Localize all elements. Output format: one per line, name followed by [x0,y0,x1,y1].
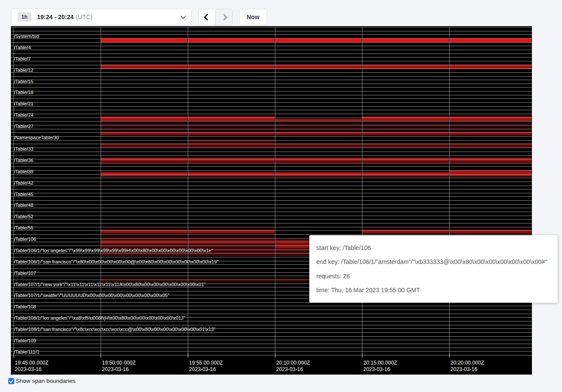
row-label: /Table/106/1/"los angeles"/"\x99\x99\x99… [14,248,213,253]
heat-band-segment[interactable] [362,38,449,42]
span-boundary-line [11,34,532,35]
range-text: 19:24 - 20:24 [37,14,74,20]
span-boundary-line [11,344,532,344]
heat-band-segment[interactable] [450,38,532,42]
row-label: /Table/36 [14,158,34,163]
span-boundary-line [11,65,532,65]
row-label: /Table/15 [14,79,34,84]
row-label: /Table/45 [14,192,34,197]
heat-band-segment[interactable] [450,158,532,162]
span-boundary-line [11,118,532,118]
span-boundary-line [11,216,532,216]
axis-tick [275,353,275,358]
heat-band-segment[interactable] [362,116,449,121]
span-boundary-line [11,54,532,54]
row-label: /Table/7 [14,56,31,61]
range-duration-badge: 1h [17,12,31,22]
span-boundary-line [11,314,532,314]
heat-band-segment[interactable] [275,38,362,42]
span-boundary-line [11,310,532,310]
heat-band-segment[interactable] [101,236,187,240]
heat-band-segment[interactable] [450,162,532,165]
prev-interval-button[interactable] [199,9,216,25]
span-boundary-line [11,230,532,231]
time-range-select[interactable]: 1h 19:24 - 20:24 (UTC) [11,9,192,25]
axis-label: 20:10:00.000Z2023-03-16 [276,360,310,373]
next-interval-button[interactable] [216,9,232,25]
span-boundary-line [11,193,532,193]
span-boundary-line [11,91,532,91]
heat-band-segment[interactable] [101,162,187,165]
cell-tooltip: start key: /Table/106 end key: /Table/10… [309,235,558,303]
axis-tick [14,353,14,358]
heat-band-segment[interactable] [188,158,274,162]
span-boundary-line [11,219,532,220]
span-boundary-line [11,50,532,50]
span-boundary-line [11,121,532,122]
heat-band-segment[interactable] [362,162,449,165]
row-label: /Table/106 [14,237,36,242]
axis-label: 19:45:00.000Z2023-03-16 [15,360,48,373]
heat-band-segment[interactable] [101,38,187,42]
span-boundary-line [11,159,532,159]
span-boundary-line [11,125,532,125]
span-boundary-line [11,76,532,77]
time-nav-group [198,9,233,25]
heat-band-segment[interactable] [101,116,187,121]
span-boundary-line [11,178,532,178]
heat-band-segment[interactable] [188,38,274,42]
span-boundary-line [11,223,532,223]
span-boundary-line [11,72,532,73]
span-boundary-line [11,106,532,107]
chevron-right-icon [220,14,227,20]
span-boundary-line [11,31,532,31]
span-boundary-line [11,182,532,182]
heat-band-segment[interactable] [450,116,532,121]
row-label: /Table/108/1/"los angeles"/"\xa8\xf5\u00… [14,315,185,321]
span-boundary-line [11,87,532,88]
span-boundary-line [11,57,532,57]
span-boundary-line [11,129,532,129]
range-timezone: (UTC) [76,14,92,20]
span-boundary-line [11,325,532,325]
row-label: /Table/12 [14,68,34,73]
tooltip-start-key: start key: /Table/106 [316,244,551,251]
span-boundary-line [11,174,532,175]
span-boundary-line [11,196,532,197]
heat-band-segment[interactable] [188,236,274,240]
span-boundary-line [11,98,532,99]
span-boundary-line [11,95,532,95]
axis-tick [188,353,188,358]
span-boundary-line [11,84,532,84]
heat-band-segment[interactable] [275,158,362,162]
span-boundary-line [11,114,532,114]
span-boundary-line [11,80,532,80]
row-label: /Table/52 [14,214,34,219]
heat-band-segment[interactable] [188,162,274,165]
show-span-boundaries-label: Show span boundaries [16,378,75,384]
row-label: /NamespaceTable/30 [14,135,59,140]
span-boundary-line [11,166,532,167]
heat-band-segment[interactable] [362,158,449,162]
span-boundary-line [11,152,532,152]
key-visualizer-canvas[interactable]: /System/tsd/Table/4/Table/7/Table/12/Tab… [11,26,532,375]
heat-band-segment[interactable] [188,116,274,121]
heat-band-segment[interactable] [275,162,362,165]
span-boundary-line [11,68,532,69]
axis-tick [449,353,450,358]
chevron-left-icon [203,14,210,20]
now-button[interactable]: Now [239,9,267,25]
span-boundary-line [11,208,532,208]
heat-band-segment[interactable] [101,158,187,162]
span-boundary-line [11,46,532,46]
axis-label: 20:15:00.000Z2023-03-16 [363,360,397,373]
span-boundary-line [11,61,532,61]
tooltip-requests: requests: 28 [316,273,551,280]
span-boundary-line [11,38,532,39]
show-span-boundaries-checkbox[interactable] [8,378,14,384]
axis-label: 20:20:00.000Z2023-03-16 [450,360,484,373]
row-label: /Table/39 [14,169,34,174]
row-label: /Table/42 [14,180,34,186]
span-boundary-line [11,136,532,137]
row-label: /Table/107/1/"seattle"/"UUUUUUD\x00\x80\… [14,293,169,298]
